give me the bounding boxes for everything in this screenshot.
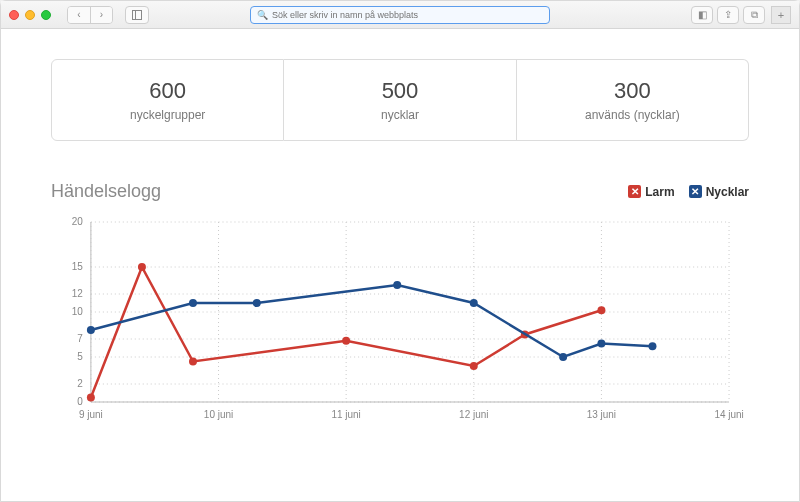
svg-text:10 juni: 10 juni [204,409,233,420]
url-bar[interactable]: 🔍 [250,6,550,24]
back-button[interactable]: ‹ [68,7,90,23]
legend-item-nycklar: ✕ Nycklar [689,185,749,199]
toolbar-right: ◧ ⇪ ⧉ + [691,6,791,24]
svg-point-41 [253,299,261,307]
url-input[interactable] [272,10,543,20]
svg-text:12 juni: 12 juni [459,409,488,420]
legend-label: Nycklar [706,185,749,199]
chart-header: Händelselogg ✕ Larm ✕ Nycklar [51,181,749,202]
stat-label: nycklar [294,108,505,122]
svg-rect-0 [133,10,142,19]
svg-point-38 [597,306,605,314]
svg-text:11 juni: 11 juni [331,409,360,420]
chart-legend: ✕ Larm ✕ Nycklar [628,185,749,199]
svg-point-36 [470,362,478,370]
stat-card-anvands: 300 används (nycklar) [517,59,749,141]
new-tab-button[interactable]: + [771,6,791,24]
chart-title: Händelselogg [51,181,161,202]
svg-point-46 [648,342,656,350]
chart-area: 0257101215209 juni10 juni11 juni12 juni1… [51,212,749,432]
legend-item-larm: ✕ Larm [628,185,674,199]
svg-point-42 [393,281,401,289]
svg-point-34 [189,358,197,366]
legend-label: Larm [645,185,674,199]
svg-text:10: 10 [72,306,84,317]
stat-card-nyckelgrupper: 600 nyckelgrupper [51,59,284,141]
stat-label: nyckelgrupper [62,108,273,122]
zoom-window-button[interactable] [41,10,51,20]
stat-label: används (nycklar) [527,108,738,122]
line-chart-svg: 0257101215209 juni10 juni11 juni12 juni1… [51,212,749,432]
legend-marker-nycklar: ✕ [689,185,702,198]
svg-point-32 [87,394,95,402]
stat-value: 600 [62,78,273,104]
reader-button[interactable]: ◧ [691,6,713,24]
stat-card-nycklar: 500 nycklar [284,59,516,141]
legend-marker-larm: ✕ [628,185,641,198]
svg-text:12: 12 [72,288,84,299]
svg-text:7: 7 [77,333,83,344]
svg-text:2: 2 [77,378,83,389]
svg-point-45 [597,340,605,348]
stats-row: 600 nyckelgrupper 500 nycklar 300 använd… [51,59,749,141]
sidebar-toggle-button[interactable] [125,6,149,24]
search-icon: 🔍 [257,10,268,20]
close-window-button[interactable] [9,10,19,20]
svg-text:14 juni: 14 juni [714,409,743,420]
stat-value: 500 [294,78,505,104]
svg-text:15: 15 [72,261,84,272]
stat-value: 300 [527,78,738,104]
svg-point-44 [559,353,567,361]
page-content: 600 nyckelgrupper 500 nycklar 300 använd… [1,29,799,501]
svg-point-39 [87,326,95,334]
browser-titlebar: ‹ › 🔍 ◧ ⇪ ⧉ + [1,1,799,29]
svg-text:20: 20 [72,216,84,227]
svg-text:0: 0 [77,396,83,407]
svg-text:9 juni: 9 juni [79,409,103,420]
share-button[interactable]: ⇪ [717,6,739,24]
tabs-button[interactable]: ⧉ [743,6,765,24]
svg-text:5: 5 [77,351,83,362]
window-traffic-lights [9,10,51,20]
svg-point-33 [138,263,146,271]
forward-button[interactable]: › [90,7,112,23]
minimize-window-button[interactable] [25,10,35,20]
svg-point-43 [470,299,478,307]
svg-point-35 [342,337,350,345]
nav-buttons: ‹ › [67,6,113,24]
svg-point-40 [189,299,197,307]
browser-window: ‹ › 🔍 ◧ ⇪ ⧉ + 600 nyckelgrupper 500 nyck… [0,0,800,502]
svg-text:13 juni: 13 juni [587,409,616,420]
